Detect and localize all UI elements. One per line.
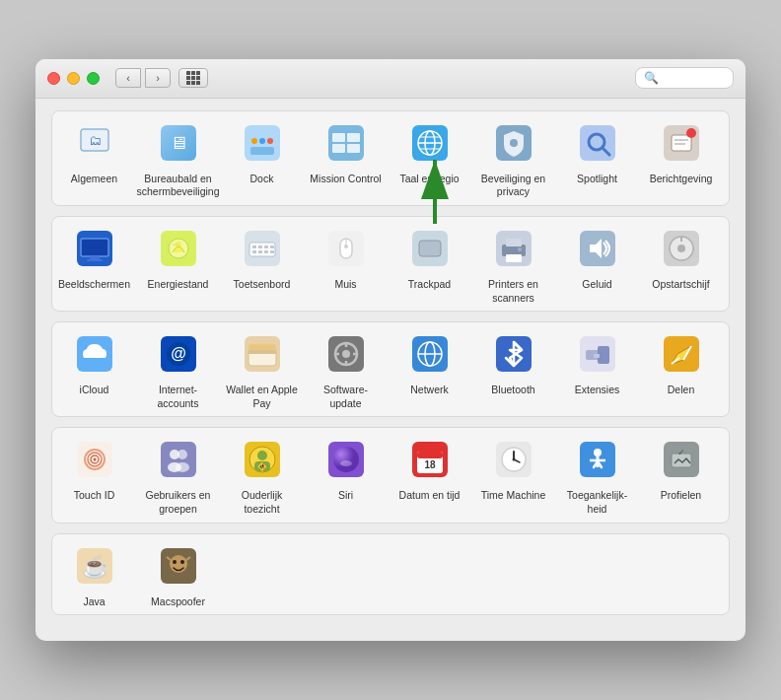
- pref-icon-gebruikers: [153, 434, 204, 485]
- pref-item-geluid[interactable]: Geluid: [555, 217, 639, 311]
- svg-point-108: [333, 447, 359, 472]
- svg-rect-49: [270, 245, 274, 248]
- pref-item-netwerk[interactable]: Netwerk: [388, 322, 471, 416]
- svg-point-54: [344, 245, 348, 248]
- traffic-lights: [47, 72, 100, 85]
- pref-label-energie: Energiestand: [148, 278, 209, 292]
- svg-text:18: 18: [424, 459, 436, 470]
- pref-label-spotlight: Spotlight: [577, 173, 617, 186]
- pref-icon-internet: @: [153, 328, 204, 380]
- back-button[interactable]: ‹: [115, 68, 141, 88]
- grid-view-button[interactable]: [178, 68, 208, 88]
- pref-item-ouderlijk[interactable]: 🚸 Ouderlijk toezicht: [220, 428, 304, 522]
- pref-item-siri[interactable]: Siri: [304, 428, 388, 522]
- svg-text:🚸: 🚸: [257, 461, 267, 471]
- pref-label-geluid: Geluid: [582, 278, 611, 292]
- pref-item-taal[interactable]: Taal en regio: [388, 111, 471, 205]
- pref-label-ouderlijk: Ouderlijk toezicht: [224, 489, 300, 516]
- pref-item-toetsenbord[interactable]: Toetsenbord: [220, 217, 304, 311]
- svg-point-8: [267, 138, 273, 144]
- svg-rect-45: [264, 245, 268, 248]
- svg-rect-60: [506, 254, 522, 262]
- pref-label-gebruikers: Gebruikers en groepen: [140, 489, 216, 516]
- pref-item-wallet[interactable]: Wallet en Apple Pay: [220, 322, 304, 416]
- svg-point-99: [178, 450, 187, 459]
- pref-item-trackpad[interactable]: Trackpad: [388, 217, 471, 311]
- pref-item-profielen[interactable]: ✓ Profielen: [639, 428, 723, 522]
- pref-item-time[interactable]: Time Machine: [471, 428, 555, 522]
- svg-point-118: [512, 458, 515, 461]
- pref-item-energie[interactable]: Energiestand: [136, 217, 220, 311]
- search-box[interactable]: 🔍: [635, 67, 734, 89]
- minimize-button[interactable]: [67, 72, 80, 85]
- pref-label-bureaubald: Bureaubald en schermbeveiliging: [136, 173, 219, 199]
- section-hardware: Beeld­schermen Energiestand Toetsenbord …: [51, 216, 730, 312]
- pref-icon-beeld: [69, 223, 120, 274]
- svg-rect-73: [248, 344, 276, 350]
- pref-item-java[interactable]: ☕ Java: [52, 534, 136, 615]
- pref-label-beeld: Beeld­schermen: [58, 278, 130, 292]
- pref-item-extensies[interactable]: Extensies: [555, 322, 639, 416]
- forward-button[interactable]: ›: [145, 68, 171, 88]
- pref-item-icloud[interactable]: iCloud: [52, 322, 136, 416]
- pref-icon-macspoofer: [153, 540, 204, 592]
- pref-icon-wallet: [237, 328, 288, 380]
- pref-icon-energie: [153, 223, 204, 274]
- pref-item-muis[interactable]: Muis: [304, 217, 388, 311]
- svg-point-7: [259, 138, 265, 144]
- pref-label-taal: Taal en regio: [399, 173, 459, 186]
- pref-label-delen: Delen: [668, 384, 694, 397]
- pref-item-dock[interactable]: Dock: [220, 111, 304, 205]
- pref-item-bluetooth[interactable]: Bluetooth: [471, 322, 555, 416]
- pref-item-beveiliging[interactable]: Beveiliging en privacy: [471, 111, 555, 205]
- pref-icon-extensies: [572, 328, 623, 380]
- pref-label-datum: Datum en tijd: [399, 489, 461, 503]
- svg-point-29: [686, 128, 696, 138]
- svg-rect-10: [332, 133, 345, 142]
- pref-item-macspoofer[interactable]: Macspoofer: [136, 534, 220, 615]
- maximize-button[interactable]: [87, 72, 100, 85]
- svg-point-132: [173, 560, 177, 564]
- svg-rect-48: [264, 250, 268, 253]
- pref-label-touchid: Touch ID: [74, 489, 114, 503]
- pref-item-mission[interactable]: Mission Control: [304, 111, 388, 205]
- pref-label-extensies: Extensies: [575, 384, 620, 397]
- pref-label-trackpad: Trackpad: [408, 278, 451, 292]
- pref-item-opstart[interactable]: Opstart­schijf: [639, 217, 723, 311]
- pref-item-printers[interactable]: Printers en scanners: [471, 217, 555, 311]
- section5-items: ☕ Java Macspoofer: [52, 534, 729, 615]
- pref-label-printers: Printers en scanners: [475, 278, 551, 305]
- pref-icon-software: [320, 328, 372, 380]
- section-personal: 🗂 Algemeen 🖥 Bureaubald en schermbeveili…: [51, 110, 730, 206]
- pref-icon-opstart: [656, 223, 707, 274]
- pref-icon-datum: 18: [404, 434, 456, 485]
- grid-icon: [186, 71, 200, 85]
- pref-icon-toegankelijkheid: [572, 434, 623, 485]
- pref-item-touchid[interactable]: Touch ID: [52, 428, 136, 522]
- svg-rect-43: [252, 245, 256, 248]
- svg-point-104: [257, 451, 267, 460]
- pref-item-beeld[interactable]: Beeld­schermen: [52, 217, 136, 311]
- pref-item-toegankelijkheid[interactable]: Toegankelijk­heid: [555, 428, 639, 522]
- close-button[interactable]: [47, 72, 60, 85]
- pref-item-datum[interactable]: 18 Datum en tijd: [388, 428, 471, 522]
- pref-item-algemeen[interactable]: 🗂 Algemeen: [52, 111, 136, 205]
- pref-icon-taal: [404, 117, 456, 169]
- svg-rect-33: [81, 239, 108, 256]
- pref-item-bureaubald[interactable]: 🖥 Bureaubald en schermbeveiliging: [136, 111, 220, 205]
- pref-item-internet[interactable]: @ Internet­accounts: [136, 322, 220, 416]
- section4-items: Touch ID Gebruikers en groepen 🚸 Ouderli…: [52, 428, 729, 522]
- pref-label-software: Software-update: [308, 384, 384, 410]
- section-other: ☕ Java Macspoofer: [51, 533, 730, 616]
- pref-item-delen[interactable]: Delen: [639, 322, 723, 416]
- pref-item-berichtgeving[interactable]: Berichtgeving: [639, 111, 723, 205]
- pref-icon-spotlight: [572, 117, 623, 169]
- section1-items: 🗂 Algemeen 🖥 Bureaubald en schermbeveili…: [52, 111, 729, 205]
- pref-item-gebruikers[interactable]: Gebruikers en groepen: [136, 428, 220, 522]
- pref-icon-siri: [320, 434, 372, 485]
- pref-label-berichtgeving: Berichtgeving: [650, 173, 713, 186]
- pref-label-toegankelijkheid: Toegankelijk­heid: [559, 489, 635, 516]
- svg-point-61: [518, 247, 522, 251]
- pref-item-software[interactable]: Software-update: [304, 322, 388, 416]
- pref-item-spotlight[interactable]: Spotlight: [555, 111, 639, 205]
